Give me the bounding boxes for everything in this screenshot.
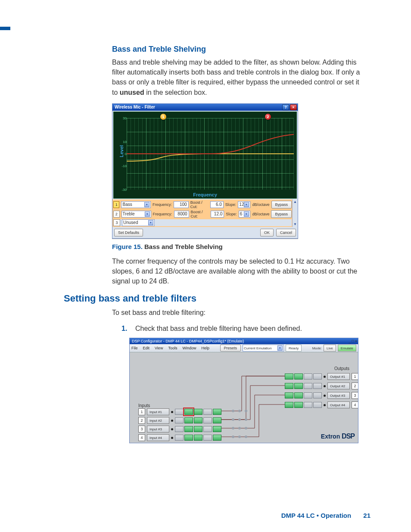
svg-point-7 (238, 427, 241, 429)
dsp-block[interactable] (285, 383, 293, 389)
chevron-down-icon: ▾ (145, 212, 150, 217)
close-button[interactable]: × (355, 339, 357, 343)
presets-button[interactable]: Presets (220, 345, 241, 352)
output-number: 1 (352, 373, 358, 380)
slope-select[interactable]: 12▾ (238, 201, 250, 208)
marker-2[interactable]: 2 (265, 114, 271, 120)
frequency-input[interactable]: 8000 (174, 211, 189, 218)
filter-row-1: 1 Bass▾ Frequency: 100 Boost / Cut: 6.0 … (113, 200, 292, 209)
dsp-block[interactable] (194, 409, 202, 415)
menu-help[interactable]: Help (201, 346, 209, 350)
menu-view[interactable]: View (155, 346, 163, 350)
maximize-button[interactable]: □ (352, 339, 354, 343)
dsp-block[interactable] (194, 417, 202, 423)
dsp-block[interactable] (285, 402, 293, 408)
dsp-block[interactable] (313, 392, 322, 398)
dsp-block[interactable] (213, 426, 221, 432)
dsp-block[interactable] (285, 392, 293, 398)
page-accent-bar (0, 27, 10, 30)
bypass-button[interactable]: Bypass (271, 201, 292, 208)
dsp-block[interactable] (194, 426, 202, 432)
filter-type-select[interactable]: Bass▾ (121, 201, 150, 208)
scroll-up-icon[interactable]: ▲ (293, 199, 298, 205)
bypass-button[interactable]: Bypass (271, 210, 292, 218)
filter-dialog: Wireless Mic - Filter ? × 30 10 0 -10 -3… (112, 103, 298, 239)
y-tick: -30 (121, 187, 127, 191)
close-button[interactable]: × (290, 104, 297, 110)
dsp-block[interactable] (203, 417, 212, 423)
output-row-1: Output #1 1 (285, 373, 358, 380)
dsp-block[interactable] (213, 417, 221, 423)
filter-row-3: 3 Unused▾ (113, 219, 292, 226)
menu-window[interactable]: Window (182, 346, 196, 350)
output-label[interactable]: Output #4 (327, 401, 350, 408)
dsp-block[interactable] (313, 373, 322, 380)
dsp-block[interactable] (203, 435, 212, 441)
menu-file[interactable]: File (131, 346, 138, 350)
ok-button[interactable]: OK (260, 229, 274, 236)
list-text: Check that bass and treble filtering hav… (135, 324, 302, 333)
menu-edit[interactable]: Edit (143, 346, 150, 350)
dsp-block[interactable] (203, 426, 212, 432)
y-tick: -10 (121, 164, 127, 168)
node-icon (324, 395, 326, 397)
input-label[interactable]: Input #2 (147, 417, 169, 424)
input-number: 2 (138, 417, 145, 424)
filter-type-select[interactable]: Unused▾ (122, 219, 155, 226)
input-number: 3 (138, 426, 145, 432)
slope-select[interactable]: 6▾ (239, 211, 251, 218)
node-icon (171, 437, 173, 439)
menus: File Edit View Tools Window Help (131, 346, 209, 350)
dsp-block[interactable] (304, 373, 312, 380)
dsp-block[interactable] (175, 435, 184, 441)
dsp-block[interactable] (313, 383, 322, 389)
figure-number: Figure 15. (112, 243, 143, 250)
mode-live-button[interactable]: Live (324, 345, 336, 352)
dsp-block[interactable] (304, 392, 312, 398)
output-label[interactable]: Output #2 (327, 383, 350, 389)
dsp-block[interactable] (184, 417, 193, 423)
mode-emulate-button[interactable]: Emulate (338, 345, 356, 352)
output-label[interactable]: Output #1 (327, 373, 350, 380)
dsp-block[interactable] (304, 402, 312, 408)
marker-1[interactable]: 1 (160, 114, 166, 120)
boost-cut-input[interactable]: 6.0 (210, 201, 224, 208)
dsp-block[interactable] (285, 373, 293, 380)
dsp-block[interactable] (184, 426, 193, 432)
dsp-block[interactable] (313, 402, 322, 408)
y-axis: 30 10 0 -10 -30 Level (121, 118, 127, 190)
boost-cut-input[interactable]: 12.0 (211, 211, 224, 218)
input-label[interactable]: Input #3 (147, 426, 169, 432)
scroll-down-icon[interactable]: ▼ (293, 222, 298, 227)
minimize-button[interactable]: _ (349, 339, 351, 343)
dsp-block[interactable] (203, 409, 212, 415)
cancel-button[interactable]: Cancel (276, 229, 296, 236)
input-label[interactable]: Input #4 (147, 434, 169, 441)
dsp-block[interactable] (175, 426, 184, 432)
dsp-block[interactable] (294, 383, 303, 389)
output-label[interactable]: Output #3 (327, 392, 350, 399)
set-defaults-button[interactable]: Set Defaults (114, 229, 143, 236)
filter-controls: 1 Bass▾ Frequency: 100 Boost / Cut: 6.0 … (112, 199, 293, 227)
chevron-down-icon: ▾ (244, 202, 249, 207)
dsp-block[interactable] (175, 409, 184, 415)
dsp-block[interactable] (304, 383, 312, 389)
frequency-input[interactable]: 100 (174, 201, 189, 208)
dsp-block[interactable] (175, 417, 184, 423)
menu-tools[interactable]: Tools (168, 346, 177, 350)
dsp-block[interactable] (184, 435, 193, 441)
emulation-select[interactable]: Current Emulation▾ (243, 345, 284, 352)
input-label[interactable]: Input #1 (147, 408, 169, 415)
filter-type-select[interactable]: Treble▾ (121, 211, 151, 218)
dsp-block[interactable] (294, 402, 303, 408)
output-row-3: Output #3 3 (285, 392, 358, 399)
dsp-block[interactable] (213, 409, 221, 415)
dsp-block-filter[interactable] (184, 409, 193, 415)
dsp-block[interactable] (194, 435, 202, 441)
dsp-block[interactable] (294, 392, 303, 398)
svg-point-4 (238, 418, 241, 421)
help-button[interactable]: ? (282, 104, 289, 110)
dsp-block[interactable] (294, 373, 303, 380)
scrollbar[interactable]: ▲ ▼ (292, 199, 298, 227)
dsp-block[interactable] (213, 435, 221, 441)
